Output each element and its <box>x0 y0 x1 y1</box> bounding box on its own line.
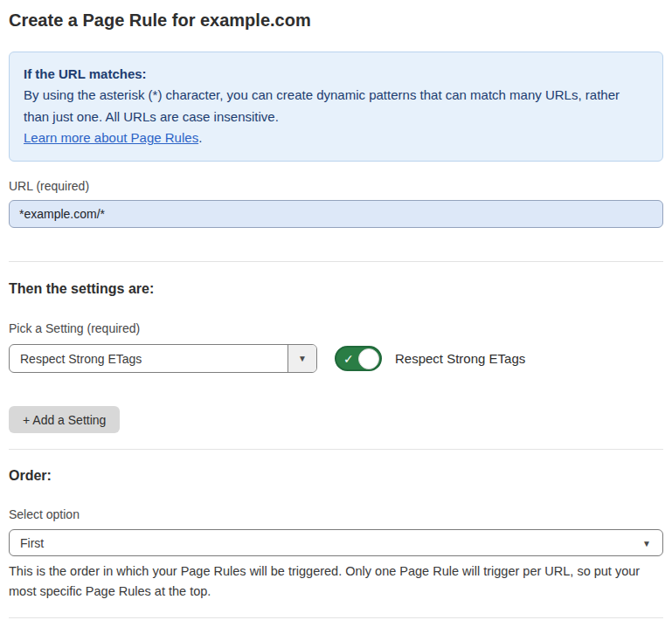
pick-setting-label: Pick a Setting (required) <box>9 321 663 335</box>
page-title: Create a Page Rule for example.com <box>9 10 663 31</box>
order-select[interactable]: First ▼ <box>9 529 663 556</box>
settings-section-heading: Then the settings are: <box>9 281 663 297</box>
order-select-label: Select option <box>9 507 663 521</box>
info-box-body-text: By using the asterisk (*) character, you… <box>24 87 620 123</box>
info-box-body: By using the asterisk (*) character, you… <box>24 85 648 127</box>
section-divider <box>9 617 663 618</box>
setting-select-arrow-button[interactable]: ▼ <box>288 345 316 372</box>
order-select-value: First <box>20 536 44 550</box>
info-box-heading: If the URL matches: <box>24 64 648 85</box>
info-box-link-row: Learn more about Page Rules. <box>24 127 648 148</box>
setting-row: Respect Strong ETags ▼ ✓ Respect Strong … <box>9 344 663 373</box>
url-input[interactable] <box>9 200 663 228</box>
setting-toggle-label: Respect Strong ETags <box>395 351 525 366</box>
order-section-heading: Order: <box>9 468 663 484</box>
url-field-label: URL (required) <box>9 179 663 193</box>
url-match-info-box: If the URL matches: By using the asteris… <box>9 52 663 162</box>
link-suffix: . <box>198 130 202 145</box>
create-page-rule-form: Create a Page Rule for example.com If th… <box>0 0 672 627</box>
toggle-knob <box>358 348 379 369</box>
chevron-down-icon: ▼ <box>642 538 651 548</box>
chevron-down-icon: ▼ <box>298 354 307 363</box>
section-divider <box>9 261 663 262</box>
setting-toggle[interactable]: ✓ <box>335 346 382 371</box>
check-icon: ✓ <box>343 352 354 364</box>
setting-select[interactable]: Respect Strong ETags ▼ <box>9 344 317 373</box>
add-setting-button[interactable]: + Add a Setting <box>9 406 120 433</box>
setting-select-value: Respect Strong ETags <box>10 345 288 372</box>
order-help-text: This is the order in which your Page Rul… <box>9 562 655 601</box>
section-divider <box>9 449 663 450</box>
learn-more-link[interactable]: Learn more about Page Rules <box>24 130 198 145</box>
